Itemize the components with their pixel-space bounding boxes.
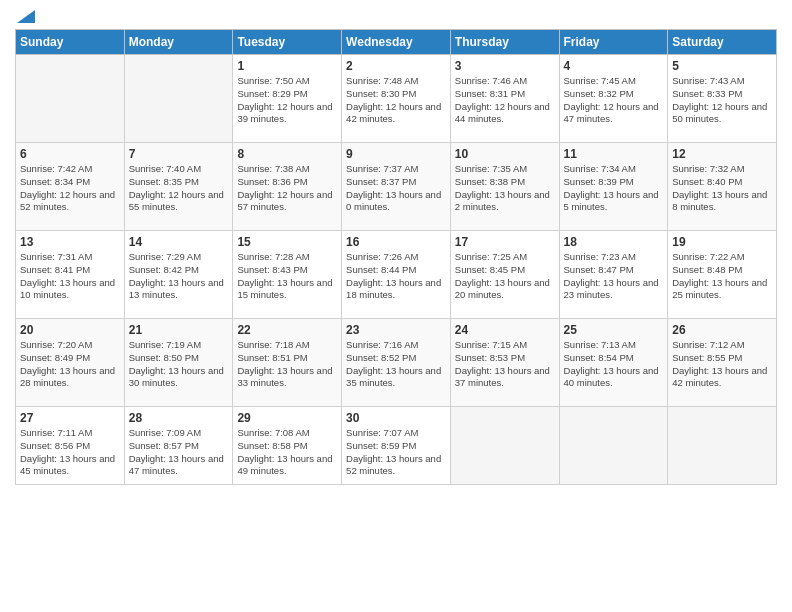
calendar-cell: 5Sunrise: 7:43 AM Sunset: 8:33 PM Daylig… [668, 55, 777, 143]
day-number: 22 [237, 323, 337, 337]
day-number: 9 [346, 147, 446, 161]
calendar-cell: 4Sunrise: 7:45 AM Sunset: 8:32 PM Daylig… [559, 55, 668, 143]
day-info: Sunrise: 7:34 AM Sunset: 8:39 PM Dayligh… [564, 163, 664, 214]
calendar-cell: 30Sunrise: 7:07 AM Sunset: 8:59 PM Dayli… [342, 407, 451, 485]
calendar-cell: 20Sunrise: 7:20 AM Sunset: 8:49 PM Dayli… [16, 319, 125, 407]
day-number: 17 [455, 235, 555, 249]
day-info: Sunrise: 7:37 AM Sunset: 8:37 PM Dayligh… [346, 163, 446, 214]
day-info: Sunrise: 7:08 AM Sunset: 8:58 PM Dayligh… [237, 427, 337, 478]
calendar-cell: 9Sunrise: 7:37 AM Sunset: 8:37 PM Daylig… [342, 143, 451, 231]
calendar-table: SundayMondayTuesdayWednesdayThursdayFrid… [15, 29, 777, 485]
calendar-cell: 21Sunrise: 7:19 AM Sunset: 8:50 PM Dayli… [124, 319, 233, 407]
day-info: Sunrise: 7:25 AM Sunset: 8:45 PM Dayligh… [455, 251, 555, 302]
calendar-cell: 15Sunrise: 7:28 AM Sunset: 8:43 PM Dayli… [233, 231, 342, 319]
day-number: 21 [129, 323, 229, 337]
day-number: 8 [237, 147, 337, 161]
calendar-cell: 3Sunrise: 7:46 AM Sunset: 8:31 PM Daylig… [450, 55, 559, 143]
day-info: Sunrise: 7:35 AM Sunset: 8:38 PM Dayligh… [455, 163, 555, 214]
day-info: Sunrise: 7:22 AM Sunset: 8:48 PM Dayligh… [672, 251, 772, 302]
day-number: 29 [237, 411, 337, 425]
calendar-week-row: 1Sunrise: 7:50 AM Sunset: 8:29 PM Daylig… [16, 55, 777, 143]
day-number: 7 [129, 147, 229, 161]
calendar-cell [124, 55, 233, 143]
day-number: 20 [20, 323, 120, 337]
day-info: Sunrise: 7:38 AM Sunset: 8:36 PM Dayligh… [237, 163, 337, 214]
day-info: Sunrise: 7:11 AM Sunset: 8:56 PM Dayligh… [20, 427, 120, 478]
day-number: 28 [129, 411, 229, 425]
day-number: 3 [455, 59, 555, 73]
calendar-cell [450, 407, 559, 485]
calendar-cell: 27Sunrise: 7:11 AM Sunset: 8:56 PM Dayli… [16, 407, 125, 485]
calendar-cell: 16Sunrise: 7:26 AM Sunset: 8:44 PM Dayli… [342, 231, 451, 319]
calendar-cell: 10Sunrise: 7:35 AM Sunset: 8:38 PM Dayli… [450, 143, 559, 231]
day-info: Sunrise: 7:07 AM Sunset: 8:59 PM Dayligh… [346, 427, 446, 478]
calendar-cell: 18Sunrise: 7:23 AM Sunset: 8:47 PM Dayli… [559, 231, 668, 319]
day-number: 13 [20, 235, 120, 249]
calendar-cell: 14Sunrise: 7:29 AM Sunset: 8:42 PM Dayli… [124, 231, 233, 319]
page-header [15, 10, 777, 21]
day-number: 25 [564, 323, 664, 337]
day-number: 19 [672, 235, 772, 249]
day-info: Sunrise: 7:13 AM Sunset: 8:54 PM Dayligh… [564, 339, 664, 390]
calendar-cell: 17Sunrise: 7:25 AM Sunset: 8:45 PM Dayli… [450, 231, 559, 319]
day-number: 24 [455, 323, 555, 337]
calendar-week-row: 13Sunrise: 7:31 AM Sunset: 8:41 PM Dayli… [16, 231, 777, 319]
day-info: Sunrise: 7:09 AM Sunset: 8:57 PM Dayligh… [129, 427, 229, 478]
day-info: Sunrise: 7:32 AM Sunset: 8:40 PM Dayligh… [672, 163, 772, 214]
day-number: 16 [346, 235, 446, 249]
calendar-cell [16, 55, 125, 143]
calendar-week-row: 6Sunrise: 7:42 AM Sunset: 8:34 PM Daylig… [16, 143, 777, 231]
day-number: 1 [237, 59, 337, 73]
weekday-saturday: Saturday [668, 30, 777, 55]
calendar-cell: 22Sunrise: 7:18 AM Sunset: 8:51 PM Dayli… [233, 319, 342, 407]
calendar-cell [559, 407, 668, 485]
calendar-body: 1Sunrise: 7:50 AM Sunset: 8:29 PM Daylig… [16, 55, 777, 485]
day-info: Sunrise: 7:18 AM Sunset: 8:51 PM Dayligh… [237, 339, 337, 390]
day-number: 23 [346, 323, 446, 337]
logo-icon [17, 10, 35, 23]
day-number: 2 [346, 59, 446, 73]
day-number: 15 [237, 235, 337, 249]
day-info: Sunrise: 7:16 AM Sunset: 8:52 PM Dayligh… [346, 339, 446, 390]
day-number: 12 [672, 147, 772, 161]
day-info: Sunrise: 7:40 AM Sunset: 8:35 PM Dayligh… [129, 163, 229, 214]
weekday-sunday: Sunday [16, 30, 125, 55]
day-info: Sunrise: 7:26 AM Sunset: 8:44 PM Dayligh… [346, 251, 446, 302]
day-number: 27 [20, 411, 120, 425]
calendar-cell: 24Sunrise: 7:15 AM Sunset: 8:53 PM Dayli… [450, 319, 559, 407]
day-number: 11 [564, 147, 664, 161]
calendar-cell: 26Sunrise: 7:12 AM Sunset: 8:55 PM Dayli… [668, 319, 777, 407]
weekday-thursday: Thursday [450, 30, 559, 55]
page-container: SundayMondayTuesdayWednesdayThursdayFrid… [0, 0, 792, 495]
day-info: Sunrise: 7:20 AM Sunset: 8:49 PM Dayligh… [20, 339, 120, 390]
calendar-cell: 6Sunrise: 7:42 AM Sunset: 8:34 PM Daylig… [16, 143, 125, 231]
calendar-cell: 12Sunrise: 7:32 AM Sunset: 8:40 PM Dayli… [668, 143, 777, 231]
day-info: Sunrise: 7:46 AM Sunset: 8:31 PM Dayligh… [455, 75, 555, 126]
calendar-cell: 1Sunrise: 7:50 AM Sunset: 8:29 PM Daylig… [233, 55, 342, 143]
day-info: Sunrise: 7:45 AM Sunset: 8:32 PM Dayligh… [564, 75, 664, 126]
calendar-cell: 2Sunrise: 7:48 AM Sunset: 8:30 PM Daylig… [342, 55, 451, 143]
weekday-monday: Monday [124, 30, 233, 55]
calendar-cell [668, 407, 777, 485]
day-number: 10 [455, 147, 555, 161]
calendar-cell: 19Sunrise: 7:22 AM Sunset: 8:48 PM Dayli… [668, 231, 777, 319]
day-number: 14 [129, 235, 229, 249]
day-number: 26 [672, 323, 772, 337]
day-info: Sunrise: 7:42 AM Sunset: 8:34 PM Dayligh… [20, 163, 120, 214]
calendar-cell: 28Sunrise: 7:09 AM Sunset: 8:57 PM Dayli… [124, 407, 233, 485]
day-info: Sunrise: 7:12 AM Sunset: 8:55 PM Dayligh… [672, 339, 772, 390]
calendar-week-row: 20Sunrise: 7:20 AM Sunset: 8:49 PM Dayli… [16, 319, 777, 407]
calendar-cell: 11Sunrise: 7:34 AM Sunset: 8:39 PM Dayli… [559, 143, 668, 231]
day-info: Sunrise: 7:28 AM Sunset: 8:43 PM Dayligh… [237, 251, 337, 302]
weekday-header-row: SundayMondayTuesdayWednesdayThursdayFrid… [16, 30, 777, 55]
svg-marker-0 [17, 10, 35, 23]
weekday-wednesday: Wednesday [342, 30, 451, 55]
day-info: Sunrise: 7:50 AM Sunset: 8:29 PM Dayligh… [237, 75, 337, 126]
weekday-tuesday: Tuesday [233, 30, 342, 55]
day-info: Sunrise: 7:19 AM Sunset: 8:50 PM Dayligh… [129, 339, 229, 390]
calendar-header: SundayMondayTuesdayWednesdayThursdayFrid… [16, 30, 777, 55]
weekday-friday: Friday [559, 30, 668, 55]
day-info: Sunrise: 7:48 AM Sunset: 8:30 PM Dayligh… [346, 75, 446, 126]
day-info: Sunrise: 7:43 AM Sunset: 8:33 PM Dayligh… [672, 75, 772, 126]
calendar-cell: 25Sunrise: 7:13 AM Sunset: 8:54 PM Dayli… [559, 319, 668, 407]
